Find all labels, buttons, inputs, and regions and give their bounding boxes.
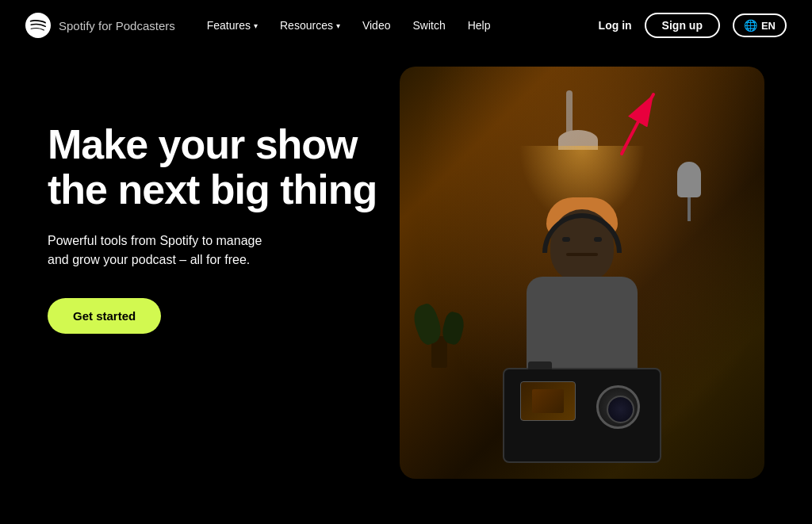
plant [416, 304, 463, 368]
svg-point-0 [25, 13, 51, 38]
nav-video[interactable]: Video [362, 19, 391, 32]
camera-screen-preview [532, 389, 564, 413]
signup-button[interactable]: Sign up [645, 13, 720, 38]
nav-resources[interactable]: Resources ▾ [280, 19, 340, 32]
globe-icon: 🌐 [744, 19, 757, 32]
chevron-down-icon: ▾ [336, 21, 340, 30]
lamp-head [558, 130, 598, 150]
nav-features[interactable]: Features ▾ [207, 19, 258, 32]
logo-wordmark: Spotify for Podcasters [59, 19, 175, 33]
microphone [677, 162, 701, 217]
hero-title: Make your showthe next big thing [48, 122, 384, 212]
camera [503, 368, 661, 463]
hero-image [400, 67, 764, 479]
hero-content: Make your showthe next big thing Powerfu… [48, 75, 384, 334]
hero-subtitle: Powerful tools from Spotify to manageand… [48, 231, 317, 270]
get-started-button[interactable]: Get started [48, 298, 161, 334]
camera-lens [596, 385, 640, 429]
navigation: Spotify for Podcasters Features ▾ Resour… [0, 0, 812, 51]
camera-lens-inner [607, 396, 634, 423]
chevron-down-icon: ▾ [254, 21, 258, 30]
mic-stand [688, 197, 691, 221]
hero-section: Make your showthe next big thing Powerfu… [0, 51, 812, 524]
nav-links: Features ▾ Resources ▾ Video Switch Help [207, 19, 599, 32]
person-mouth [566, 253, 598, 256]
spotify-logo-icon [25, 13, 51, 38]
camera-screen [520, 381, 576, 421]
language-selector[interactable]: 🌐 EN [733, 13, 787, 37]
nav-help[interactable]: Help [468, 19, 491, 32]
mic-head [677, 162, 701, 197]
nav-switch[interactable]: Switch [412, 19, 445, 32]
nav-actions: Log in Sign up 🌐 EN [599, 13, 787, 38]
login-button[interactable]: Log in [599, 19, 632, 32]
logo[interactable]: Spotify for Podcasters [25, 13, 175, 38]
camera-top [528, 361, 552, 369]
podcast-scene [400, 67, 764, 479]
